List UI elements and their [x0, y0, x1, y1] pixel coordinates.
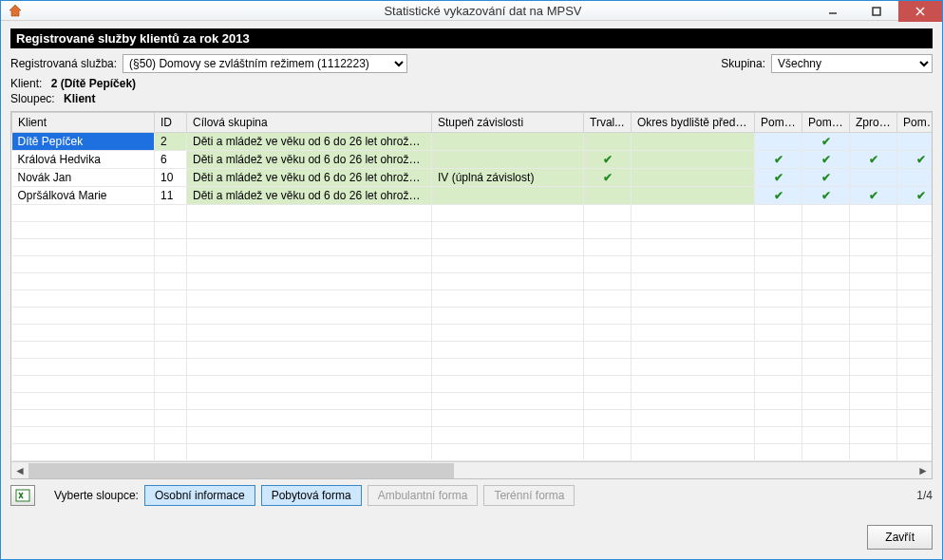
cell-id[interactable]: 2 — [155, 133, 187, 151]
terenni-forma-button: Terénní forma — [483, 485, 575, 506]
cell-f1[interactable] — [755, 133, 802, 151]
cell-f1[interactable]: ✔ — [755, 169, 802, 187]
cell-group[interactable]: Děti a mládež ve věku od 6 do 26 let ohr… — [187, 187, 432, 205]
check-icon: ✔ — [916, 153, 926, 166]
export-excel-button[interactable] — [10, 485, 35, 506]
empty-row — [12, 393, 933, 410]
pobytova-forma-button[interactable]: Pobytová forma — [261, 485, 362, 506]
check-icon: ✔ — [869, 153, 878, 166]
scrollbar-thumb[interactable] — [28, 463, 454, 478]
cell-dep[interactable] — [432, 151, 584, 169]
table-row[interactable]: Opršálková Marie11Děti a mládež ve věku … — [12, 187, 933, 205]
col-pomo3[interactable]: Pomo... — [897, 113, 933, 133]
cell-group[interactable]: Děti a mládež ve věku od 6 do 26 let ohr… — [187, 133, 432, 151]
check-icon: ✔ — [774, 189, 783, 202]
data-grid: Klient ID Cílová skupina Stupeň závislos… — [10, 111, 933, 479]
section-header: Registrované služby klientů za rok 2013 — [10, 28, 933, 48]
cell-name[interactable]: Králová Hedvika — [12, 151, 155, 169]
cell-trv[interactable]: ✔ — [584, 151, 632, 169]
cell-okres[interactable] — [632, 169, 755, 187]
cell-group[interactable]: Děti a mládež ve věku od 6 do 26 let ohr… — [187, 169, 432, 187]
cell-f3[interactable]: ✔ — [850, 151, 897, 169]
service-select[interactable]: (§50) Domovy se zvláštním režimem (11122… — [123, 54, 407, 73]
cell-okres[interactable] — [632, 151, 755, 169]
cell-f4[interactable]: ✔ — [897, 151, 933, 169]
cell-okres[interactable] — [632, 133, 755, 151]
col-pomo1[interactable]: Pomo... — [755, 113, 802, 133]
cell-name[interactable]: Novák Jan — [12, 169, 155, 187]
cell-trv[interactable] — [584, 187, 632, 205]
close-button[interactable] — [898, 1, 942, 22]
scroll-left-icon[interactable]: ◄ — [11, 463, 28, 478]
cell-f2[interactable]: ✔ — [802, 151, 850, 169]
check-icon: ✔ — [774, 153, 783, 166]
col-okres[interactable]: Okres bydliště před počá... — [632, 113, 755, 133]
cell-dep[interactable]: IV (úplná závislost) — [432, 169, 584, 187]
cell-trv[interactable] — [584, 133, 632, 151]
cell-f4[interactable] — [897, 133, 933, 151]
empty-row — [12, 222, 933, 239]
cell-f4[interactable]: ✔ — [897, 187, 933, 205]
scrollbar-track[interactable] — [28, 463, 915, 478]
klient-value: 2 (Dítě Pepíček) — [51, 77, 136, 90]
table-row[interactable]: Novák Jan10Děti a mládež ve věku od 6 do… — [12, 169, 933, 187]
close-dialog-button[interactable]: Zavřít — [867, 525, 933, 550]
table-row[interactable]: Dítě Pepíček2Děti a mládež ve věku od 6 … — [12, 133, 933, 151]
window-buttons — [811, 1, 942, 24]
cell-f2[interactable]: ✔ — [802, 169, 850, 187]
svg-rect-4 — [16, 490, 29, 501]
group-select[interactable]: Všechny — [771, 54, 933, 73]
cell-trv[interactable]: ✔ — [584, 169, 632, 187]
ambulantni-forma-button: Ambulantní forma — [368, 485, 479, 506]
titlebar: Statistické vykazování dat na MPSV — [1, 1, 942, 21]
empty-row — [12, 342, 933, 359]
minimize-button[interactable] — [811, 1, 855, 22]
cell-id[interactable]: 6 — [155, 151, 187, 169]
col-zpros[interactable]: Zpros... — [850, 113, 897, 133]
cell-f3[interactable] — [850, 133, 897, 151]
svg-rect-1 — [873, 8, 880, 15]
empty-row — [12, 290, 933, 308]
cell-group[interactable]: Děti a mládež ve věku od 6 do 26 let ohr… — [187, 151, 432, 169]
header-row: Klient ID Cílová skupina Stupeň závislos… — [12, 113, 933, 133]
col-pomo2[interactable]: Pomo... — [802, 113, 850, 133]
check-icon: ✔ — [821, 189, 831, 202]
cell-id[interactable]: 11 — [155, 187, 187, 205]
cell-f1[interactable]: ✔ — [755, 151, 802, 169]
empty-row — [12, 444, 933, 461]
col-klient[interactable]: Klient — [12, 113, 155, 133]
maximize-button[interactable] — [855, 1, 898, 22]
cell-dep[interactable] — [432, 133, 584, 151]
window-title: Statistické vykazování dat na MPSV — [24, 4, 942, 18]
sloupec-info: Sloupec: Klient — [10, 92, 933, 105]
empty-row — [12, 273, 933, 290]
pager: 1/4 — [916, 489, 933, 502]
osobni-informace-button[interactable]: Osobní informace — [144, 485, 255, 506]
table-row[interactable]: Králová Hedvika6Děti a mládež ve věku od… — [12, 151, 933, 169]
col-id[interactable]: ID — [155, 113, 187, 133]
group-label: Skupina: — [721, 57, 765, 70]
col-stupen[interactable]: Stupeň závislosti — [432, 113, 584, 133]
cell-okres[interactable] — [632, 187, 755, 205]
cell-id[interactable]: 10 — [155, 169, 187, 187]
check-icon: ✔ — [603, 171, 613, 184]
check-icon: ✔ — [603, 153, 613, 166]
scroll-right-icon[interactable]: ► — [915, 463, 932, 478]
col-trval[interactable]: Trval... — [584, 113, 632, 133]
cell-f2[interactable]: ✔ — [802, 133, 850, 151]
col-cilova[interactable]: Cílová skupina — [187, 113, 432, 133]
cell-f2[interactable]: ✔ — [802, 187, 850, 205]
horizontal-scrollbar[interactable]: ◄ ► — [11, 461, 932, 478]
filter-row: Registrovaná služba: (§50) Domovy se zvl… — [10, 54, 933, 73]
cell-name[interactable]: Dítě Pepíček — [12, 133, 155, 151]
app-icon — [7, 2, 24, 19]
cell-f3[interactable]: ✔ — [850, 187, 897, 205]
cell-name[interactable]: Opršálková Marie — [12, 187, 155, 205]
check-icon: ✔ — [869, 189, 878, 202]
cell-f3[interactable] — [850, 169, 897, 187]
cell-dep[interactable] — [432, 187, 584, 205]
empty-row — [12, 376, 933, 393]
cell-f4[interactable] — [897, 169, 933, 187]
empty-row — [12, 308, 933, 325]
cell-f1[interactable]: ✔ — [755, 187, 802, 205]
